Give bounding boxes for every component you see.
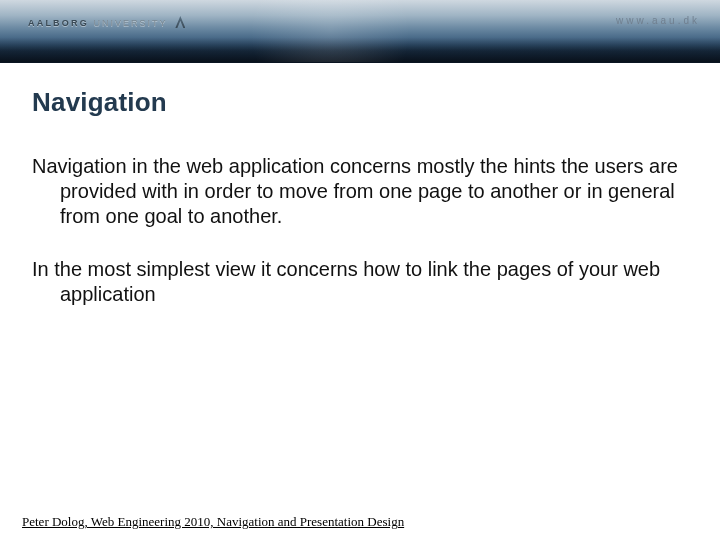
slide-title: Navigation: [32, 87, 688, 118]
paragraph-2-text: In the most simplest view it concerns ho…: [32, 257, 688, 307]
org-mark-icon: [175, 16, 185, 28]
paragraph-1-text: Navigation in the web application concer…: [32, 154, 688, 229]
slide-footer: Peter Dolog, Web Engineering 2010, Navig…: [22, 514, 404, 530]
header-banner: AALBORG UNIVERSITY www.aau.dk: [0, 0, 720, 63]
paragraph-1: Navigation in the web application concer…: [32, 154, 688, 229]
slide-body: Navigation Navigation in the web applica…: [0, 63, 720, 307]
org-name-light: UNIVERSITY: [94, 18, 168, 28]
org-logo: AALBORG UNIVERSITY: [28, 16, 185, 28]
org-name-bold: AALBORG: [28, 18, 89, 28]
paragraph-2: In the most simplest view it concerns ho…: [32, 257, 688, 307]
org-url: www.aau.dk: [616, 15, 700, 26]
